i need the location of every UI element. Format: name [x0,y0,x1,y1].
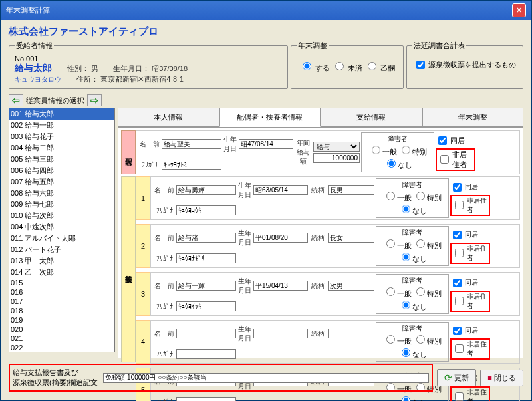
list-item[interactable]: 004 中途次郎 [9,221,114,233]
dependents-label: 扶養親族 [121,176,136,362]
select-label: 従業員情報の選択 [26,96,84,106]
radio-special[interactable]: 特別 [398,148,427,156]
window-title: 年末調整計算 [6,5,50,15]
list-item[interactable]: 019 [9,315,114,325]
cohabit-checkbox[interactable]: 同居 [450,229,490,241]
close-icon: ■ [487,374,492,382]
spouse-birth-input[interactable] [239,139,293,149]
statutory-legend: 法廷調書合計表 [412,41,466,51]
dep-birth-input[interactable] [253,185,308,195]
refresh-icon: ⟳ [444,372,452,383]
nonresident-checkbox[interactable]: 非居住者 [450,243,490,264]
dep-name-input[interactable] [176,185,236,195]
nonresident-checkbox[interactable]: 非居住者 [450,291,490,312]
remark-label: 給与支払報告書及び 源泉徴収票(摘要)欄追記文 [13,368,98,388]
nonresident-checkbox[interactable]: 非居住者 [450,386,490,402]
dep-birth-input[interactable] [253,233,308,243]
radio-skip[interactable]: 乙欄 [364,64,395,72]
salary-type-select[interactable]: 給与 [313,142,360,152]
recipient-legend: 受給者情報 [15,41,54,51]
spouse-label: 配偶者 [121,130,136,174]
dep-name-input[interactable] [176,329,236,338]
dep-kana-input[interactable] [176,397,236,401]
list-item[interactable]: 001 給与太郎 [9,108,114,120]
radio-undone[interactable]: 未済 [332,64,362,72]
employee-list[interactable]: 001 給与太郎002 給与一郎003 給与花子004 給与二郎005 給与三郎… [9,108,115,352]
tab-dependents[interactable]: 配偶者・扶養者情報 [219,108,321,127]
tab-self[interactable]: 本人情報 [118,108,219,127]
cohabit-checkbox[interactable]: 同居 [450,277,490,289]
dep-rel-input[interactable] [328,281,374,291]
close-icon[interactable]: ✕ [512,3,526,17]
cohabit-checkbox[interactable]: 同居 [450,325,490,337]
yearend-legend: 年末調整 [297,41,329,51]
dep-num: 1 [136,176,150,220]
nonresident-checkbox[interactable]: 非居住者 [450,338,490,360]
list-item[interactable]: 003 給与花子 [9,131,114,142]
list-item[interactable]: 017 [9,297,114,306]
dep-num: 3 [136,272,150,316]
list-item[interactable]: 007 給与五郎 [9,176,114,188]
tab-adjustment[interactable]: 年末調整 [422,108,524,127]
dep-num: 4 [136,320,150,364]
dep-name-input[interactable] [176,281,236,291]
cohabit-checkbox[interactable]: 同居 [436,134,475,147]
dep-name-input[interactable] [176,233,236,243]
nonresident-checkbox[interactable]: 非居住者 [450,195,490,216]
recipient-kana: キュウヨタロウ [15,76,61,83]
dep-rel-input[interactable] [328,233,374,243]
list-item[interactable]: 008 給与六郎 [9,188,114,199]
dep-kana-input[interactable] [176,349,236,359]
list-item[interactable]: 020 [9,325,114,334]
close-button[interactable]: ■閉じる [480,370,523,386]
company-name: 株式会社ファーストアイティプロ [1,20,531,41]
list-item[interactable]: 016 [9,287,114,297]
list-item[interactable]: 002 給与一郎 [9,120,114,131]
dep-kana-input[interactable] [176,205,236,215]
dep-kana-input[interactable] [176,253,236,263]
spouse-name-input[interactable] [162,139,221,149]
list-item[interactable]: 013 甲 太郎 [9,255,114,267]
dep-rel-input[interactable] [328,185,374,195]
name-label: 名 前 [139,140,160,149]
list-item[interactable]: 009 給与七郎 [9,199,114,210]
radio-general[interactable]: 一般 [368,148,397,156]
prev-button[interactable]: ⇦ [9,94,23,106]
tab-payment[interactable]: 支給情報 [321,108,422,127]
list-item[interactable]: 010 給与次郎 [9,210,114,221]
dep-kana-input[interactable] [176,301,236,311]
recipient-no: No.001 [15,55,282,63]
recipient-group: 受給者情報 No.001 給与太郎 性別： 男 生年月日： 昭37/08/18 … [9,41,288,89]
list-item[interactable]: 004 給与二郎 [9,142,114,154]
kana-label: ﾌﾘｶﾞﾅ [139,161,160,168]
list-item[interactable]: 006 給与四郎 [9,165,114,176]
radio-none[interactable]: なし [384,161,412,169]
update-button[interactable]: ⟳更新 [437,369,476,386]
dep-rel-input[interactable] [328,329,374,338]
birth-label: 生年月日 [223,135,237,154]
next-button[interactable]: ⇨ [87,94,102,106]
yearend-group: 年末調整 する 未済 乙欄 [291,41,404,89]
remark-input[interactable] [103,373,429,383]
dep-birth-input[interactable] [253,329,308,338]
list-item[interactable]: 021 [9,334,114,343]
list-item[interactable]: 014 乙 次郎 [9,267,114,278]
recipient-gender-birth: 性別： 男 生年月日： 昭37/08/18 [67,64,188,74]
list-item[interactable]: 015 [9,278,114,287]
annual-amount-input[interactable] [313,153,360,163]
radio-do[interactable]: する [299,64,330,72]
list-item[interactable]: 005 給与三郎 [9,154,114,165]
disability-group: 障害者 一般 特別 なし [361,132,434,172]
spouse-kana-input[interactable] [162,160,221,170]
recipient-addr: 住所： 東京都新宿区西新宿4-8-1 [76,74,184,84]
list-item[interactable]: 018 [9,306,114,315]
list-item[interactable]: 011 アルバイト太郎 [9,233,114,244]
list-item[interactable]: 022 [9,343,114,352]
nonresident-checkbox[interactable]: 非居住者 [436,148,475,171]
withholding-checkbox[interactable]: 源泉徴収票を提出するもの [414,59,516,71]
recipient-name: 給与太郎 [15,63,52,73]
cohabit-checkbox[interactable]: 同居 [450,181,490,194]
dep-birth-input[interactable] [253,281,308,291]
annual-label: 年間給与額 [295,138,312,166]
list-item[interactable]: 012 パート花子 [9,244,114,255]
